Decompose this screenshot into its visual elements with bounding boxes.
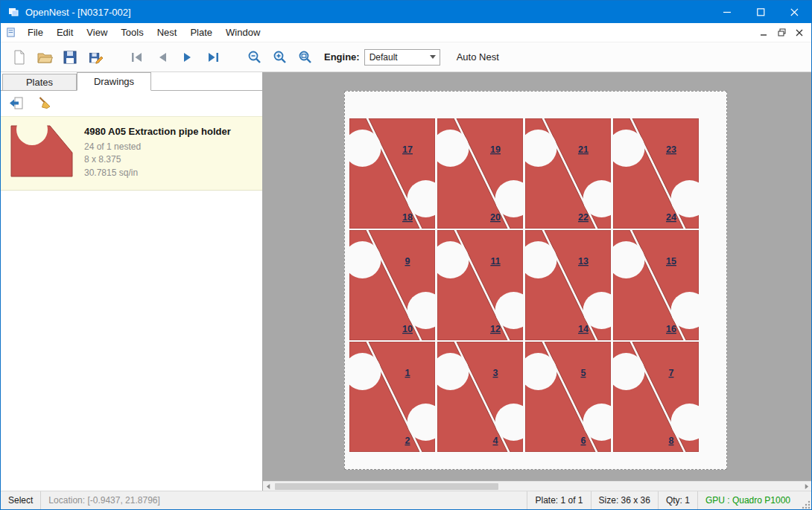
cleanup-broom-button[interactable] (34, 92, 56, 115)
part-notch-cutout (520, 241, 557, 278)
menu-edit[interactable]: Edit (50, 23, 80, 42)
nest-canvas[interactable]: 171819202122232491011121314151612345678 (263, 72, 811, 491)
nest-pair[interactable]: 2122 (520, 118, 621, 229)
nest-pair[interactable]: 2324 (608, 118, 708, 229)
part-number-label: 10 (402, 324, 413, 334)
engine-select[interactable]: Default (364, 49, 440, 66)
status-bar: Select Location: [-0.9437, 21.8796] Plat… (1, 491, 811, 509)
child-restore-icon[interactable] (773, 25, 790, 40)
drawing-list-item[interactable]: 4980 A05 Extraction pipe holder 24 of 1 … (1, 116, 262, 191)
auto-nest-button[interactable]: Auto Nest (452, 48, 504, 66)
new-file-button[interactable] (7, 45, 32, 70)
part-number-label: 7 (669, 368, 674, 378)
nest-pair[interactable]: 1920 (432, 118, 533, 229)
side-panel: Plates Drawings (1, 72, 263, 491)
child-close-icon[interactable] (790, 25, 808, 40)
part-number-label: 12 (490, 324, 501, 334)
part-notch-cutout (608, 130, 645, 167)
window-title: OpenNest - [N0317-002] (25, 7, 131, 18)
tab-drawings[interactable]: Drawings (77, 72, 151, 91)
engine-label: Engine: (324, 51, 360, 63)
nest-pair[interactable]: 1516 (608, 230, 708, 340)
part-notch-cutout (432, 353, 469, 390)
canvas-hscrollbar[interactable] (263, 481, 811, 491)
child-minimize-icon[interactable] (755, 25, 773, 40)
status-plate: Plate: 1 of 1 (527, 495, 590, 506)
drawing-area: 30.7815 sq/in (84, 167, 231, 179)
status-qty: Qty: 1 (659, 495, 697, 506)
maximize-button[interactable] (744, 1, 778, 23)
save-edit-button[interactable] (83, 45, 108, 70)
part-notch-cutout (520, 130, 557, 167)
part-number-label: 20 (490, 212, 501, 223)
nest-pair[interactable]: 1112 (432, 230, 533, 340)
menu-bar: File Edit View Tools Nest Plate Window (1, 23, 811, 42)
part-number-label: 6 (581, 436, 586, 446)
menu-window[interactable]: Window (219, 23, 267, 42)
part-number-label: 8 (669, 436, 674, 446)
nest-pair[interactable]: 1718 (345, 118, 445, 229)
mdi-child-controls (755, 25, 811, 40)
part-notch-cutout (671, 180, 708, 217)
part-notch-cutout (432, 130, 469, 167)
part-notch-cutout (608, 353, 645, 390)
menu-plate[interactable]: Plate (183, 23, 219, 42)
plate-sheet[interactable]: 171819202122232491011121314151612345678 (344, 91, 727, 470)
tab-plates[interactable]: Plates (2, 74, 77, 90)
zoom-in-button[interactable] (267, 45, 293, 70)
panel-tab-bar: Plates Drawings (1, 72, 262, 91)
part-number-label: 1 (405, 368, 410, 378)
app-icon (7, 6, 19, 18)
replace-drawing-button[interactable] (5, 92, 28, 115)
nest-pair[interactable]: 910 (345, 230, 445, 340)
part-notch-cutout (345, 241, 381, 278)
minimize-button[interactable] (711, 1, 744, 23)
part-number-label: 4 (493, 436, 498, 446)
menu-file[interactable]: File (21, 23, 50, 42)
nest-pair[interactable]: 1314 (520, 230, 621, 340)
part-notch-cutout (671, 404, 708, 441)
part-notch-cutout (345, 130, 381, 167)
status-size: Size: 36 x 36 (591, 495, 658, 506)
drawing-dimensions: 8 x 8.375 (84, 153, 231, 166)
drawing-nested-count: 24 of 1 nested (84, 141, 231, 153)
previous-plate-button[interactable] (150, 45, 175, 70)
nest-pair[interactable]: 56 (520, 342, 621, 452)
open-file-button[interactable] (32, 45, 57, 70)
part-number-label: 19 (490, 144, 501, 155)
menu-tools[interactable]: Tools (114, 23, 150, 42)
hscroll-thumb[interactable] (275, 483, 498, 490)
status-gpu: GPU : Quadro P1000 (698, 495, 798, 506)
part-number-label: 21 (578, 144, 589, 155)
scroll-left-icon[interactable] (263, 482, 273, 491)
part-number-label: 24 (666, 212, 676, 223)
menu-view[interactable]: View (80, 23, 114, 42)
status-mode: Select (1, 495, 40, 506)
next-plate-button[interactable] (175, 45, 200, 70)
resize-grip[interactable] (798, 491, 811, 510)
first-plate-button[interactable] (124, 45, 150, 70)
document-icon[interactable] (5, 27, 16, 38)
nest-pair[interactable]: 12 (345, 342, 445, 452)
chevron-down-icon (430, 55, 436, 59)
zoom-out-button[interactable] (242, 45, 267, 70)
close-button[interactable] (778, 1, 811, 23)
zoom-fit-button[interactable] (293, 45, 318, 70)
part-number-label: 18 (402, 212, 413, 223)
nest-pair[interactable]: 34 (432, 342, 533, 452)
part-notch-cutout (608, 241, 645, 278)
last-plate-button[interactable] (200, 45, 226, 70)
application-window: OpenNest - [N0317-002] File Edit View To… (0, 0, 812, 510)
part-notch-cutout (432, 241, 469, 278)
scroll-right-icon[interactable] (801, 482, 811, 491)
drawing-title: 4980 A05 Extraction pipe holder (84, 126, 231, 137)
menu-nest[interactable]: Nest (150, 23, 184, 42)
nest-pair[interactable]: 78 (608, 342, 708, 452)
part-number-label: 3 (493, 368, 498, 378)
part-number-label: 16 (666, 324, 676, 334)
part-notch-cutout (345, 353, 381, 390)
part-number-label: 14 (578, 324, 589, 334)
part-number-label: 22 (578, 212, 589, 223)
part-notch-cutout (671, 292, 708, 329)
save-button[interactable] (57, 45, 83, 70)
